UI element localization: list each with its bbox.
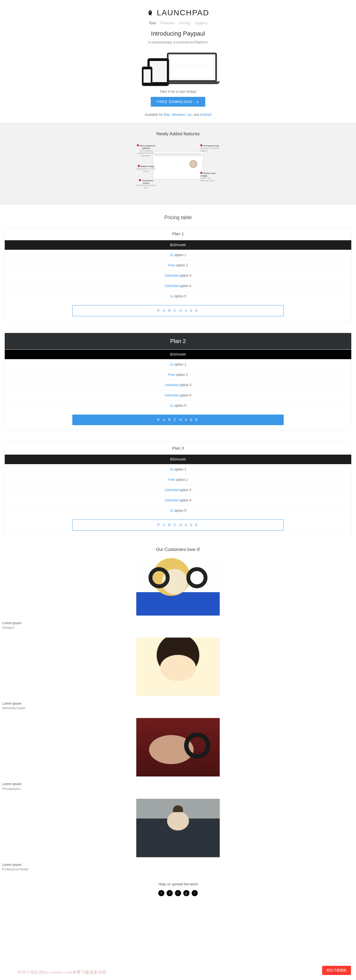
- hero-tagline: Take it for a spin today!: [0, 89, 356, 94]
- plan-name: Plan 3: [5, 442, 351, 455]
- plan-option-row: Unlimited option 3: [5, 485, 351, 495]
- plan-option-row: 2x option 1: [5, 359, 351, 369]
- plan-option-row: Free option 2: [5, 260, 351, 270]
- plan-option-row: Unlimited option 4: [5, 390, 351, 400]
- header: LAUNCHPAD: [0, 0, 356, 21]
- option-highlight: Free: [168, 478, 175, 482]
- option-highlight: 2x: [170, 363, 174, 366]
- option-text: option 2: [176, 263, 188, 267]
- callout-help: Increased helpImproved customer support: [200, 144, 220, 152]
- hero-section: Introducing Paypaul A revolutionary e-co…: [0, 30, 356, 117]
- spread-title: Help us spread the word: [0, 882, 356, 886]
- plan-price: $20/month: [5, 350, 351, 359]
- features-diagram: More payment optionsWe've added support …: [136, 143, 220, 191]
- option-highlight: 1x: [170, 404, 174, 407]
- option-highlight: Unlimited: [165, 284, 179, 288]
- plan-option-row: 1x option 5: [5, 400, 351, 410]
- option-highlight: Unlimited: [165, 488, 179, 492]
- purchase-row: P U R C H A S E: [5, 410, 351, 430]
- plan-option-row: Free option 2: [5, 474, 351, 485]
- option-text: option 4: [179, 498, 191, 502]
- option-text: option 4: [179, 393, 191, 397]
- customer-card: Lorem ipsum Marketing Expert: [0, 638, 356, 710]
- twitter-icon[interactable]: t: [175, 890, 181, 896]
- option-highlight: Free: [168, 263, 175, 267]
- plan-option-row: 2x option 1: [5, 250, 351, 260]
- option-highlight: 2x: [170, 253, 174, 257]
- social-icons: tftpi: [0, 890, 356, 896]
- nav-pricing[interactable]: Pricing: [179, 21, 190, 25]
- customer-portrait: [136, 718, 220, 776]
- nav-features[interactable]: Features: [160, 21, 174, 25]
- plan-option-row: Unlimited option 4: [5, 281, 351, 291]
- option-text: option 3: [179, 488, 191, 492]
- plan-price: $10/month: [5, 240, 351, 250]
- pricing-plan-1: Plan 1 $10/month 2x option 1Free option …: [5, 227, 351, 321]
- customer-role: Professional Model: [0, 867, 356, 871]
- plan-option-row: Free option 2: [5, 369, 351, 380]
- phone-icon: [142, 67, 152, 86]
- option-text: option 3: [179, 274, 191, 278]
- callout-colors: Customize colorsPick any theme you like: [136, 179, 156, 189]
- facebook-icon[interactable]: f: [166, 890, 173, 896]
- purchase-row: P U R C H A S E: [5, 515, 351, 536]
- available-prefix: Available for: [145, 113, 164, 117]
- option-text: option 1: [174, 363, 186, 366]
- plan-option-row: 1x option 5: [5, 505, 351, 515]
- plan-option-row: Unlimited option 3: [5, 270, 351, 281]
- pricing-section: Pricing table Plan 1 $10/month 2x option…: [0, 215, 356, 536]
- pricing-plan-3: Plan 3 $30/month 2x option 1Free option …: [5, 442, 351, 536]
- customer-portrait: [136, 638, 220, 696]
- twitter-icon[interactable]: t: [158, 890, 165, 896]
- purchase-row: P U R C H A S E: [5, 301, 351, 321]
- customers-title: Our Customers love it!: [0, 547, 356, 552]
- customer-name: Lorem ipsum: [0, 862, 356, 867]
- customer-role: Photographer: [0, 787, 356, 791]
- option-highlight: 1x: [170, 509, 174, 512]
- option-text: option 5: [174, 294, 186, 298]
- brand-name: LAUNCHPAD: [157, 8, 209, 17]
- plan-option-row: Unlimited option 4: [5, 495, 351, 505]
- customer-card: Lorem ipsum Photographer: [0, 718, 356, 790]
- pinterest-icon[interactable]: p: [183, 890, 190, 896]
- devices-illustration: [136, 50, 220, 86]
- plan-option-row: Unlimited option 3: [5, 380, 351, 390]
- sep: ,: [170, 113, 172, 117]
- customer-name: Lorem ipsum: [0, 701, 356, 706]
- plan-price: $30/month: [5, 455, 351, 464]
- instagram-icon[interactable]: i: [191, 890, 198, 896]
- option-text: option 1: [174, 468, 186, 471]
- nav-tour[interactable]: Tour: [149, 21, 156, 25]
- free-download-button[interactable]: FREE DOWNLOAD ↘: [151, 97, 205, 107]
- pricing-title: Pricing table: [0, 215, 356, 221]
- purchase-button[interactable]: P U R C H A S E: [72, 305, 284, 316]
- platform-android[interactable]: Android: [200, 113, 211, 117]
- purchase-button[interactable]: P U R C H A S E: [72, 520, 284, 531]
- option-highlight: Unlimited: [165, 383, 179, 387]
- purchase-button[interactable]: P U R C H A S E: [72, 415, 284, 425]
- customer-role: Marketing Expert: [0, 706, 356, 710]
- features-title: Newly Added features: [0, 131, 356, 137]
- laptop-icon: [164, 52, 220, 86]
- pricing-plan-2: Plan 2 $20/month 2x option 1Free option …: [5, 333, 351, 430]
- option-text: option 2: [176, 373, 188, 377]
- nav-support[interactable]: Support: [195, 21, 207, 25]
- hero-title: Introducing Paypaul: [0, 30, 356, 37]
- option-highlight: 2x: [170, 468, 174, 471]
- platform-windows[interactable]: Windows: [172, 113, 186, 117]
- sep: ,: [185, 113, 187, 117]
- customers-section: Our Customers love it! Lorem ipsum Desig…: [0, 547, 356, 871]
- customer-portrait: [136, 557, 220, 616]
- option-text: option 3: [179, 383, 191, 387]
- callout-design: Slicker new designBrand new refreshed lo…: [200, 172, 220, 182]
- callout-mobile: Mobile readyOptimised for every device: [136, 165, 156, 173]
- option-highlight: Free: [168, 373, 175, 377]
- plan-option-row: 1x option 5: [5, 291, 351, 301]
- sep-and: , and: [191, 113, 200, 117]
- features-section: Newly Added features More payment option…: [0, 123, 356, 205]
- hero-subtitle: A revolutionary e-commerce Platform: [0, 40, 356, 44]
- platform-mac[interactable]: Mac: [164, 113, 170, 117]
- rocket-icon: [147, 10, 153, 16]
- callout-payment: More payment optionsWe've added support …: [136, 144, 156, 157]
- platform-ios[interactable]: ios: [187, 113, 191, 117]
